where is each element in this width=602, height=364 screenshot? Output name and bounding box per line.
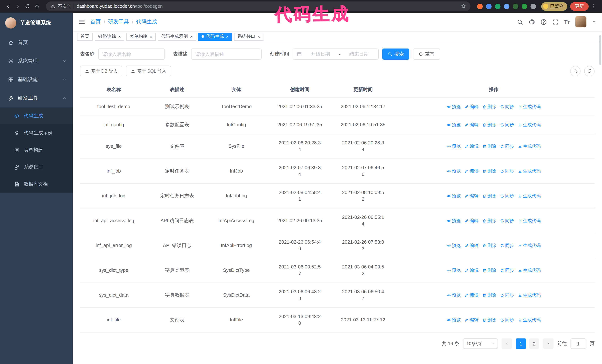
scrollbar-thumb[interactable] xyxy=(599,35,601,65)
close-icon[interactable]: × xyxy=(257,34,260,39)
action-preview[interactable]: 预览 xyxy=(447,103,461,110)
address-bar[interactable]: 不安全 dashboard.yudao.iocoder.cn/tool/code… xyxy=(46,1,471,11)
extension-drop-icon[interactable] xyxy=(486,3,492,9)
close-icon[interactable]: × xyxy=(149,34,152,39)
breadcrumb-item[interactable]: 首页 xyxy=(90,19,101,25)
action-edit[interactable]: 编辑 xyxy=(464,193,478,199)
toggle-search-button[interactable] xyxy=(570,66,580,76)
sidebar-item-home[interactable]: 首页 xyxy=(0,33,73,52)
action-delete[interactable]: 删除 xyxy=(482,292,496,299)
sidebar-item-codegen[interactable]: 代码生成 xyxy=(0,107,73,125)
action-preview[interactable]: 预览 xyxy=(447,217,461,224)
search-icon[interactable] xyxy=(516,19,523,25)
action-preview[interactable]: 预览 xyxy=(447,122,461,128)
action-sync[interactable]: 同步 xyxy=(500,103,514,110)
date-range-picker[interactable]: 开始日期 - 结束日期 xyxy=(293,49,379,60)
extension-v-green-icon[interactable] xyxy=(495,3,501,9)
extension-leaf-icon[interactable] xyxy=(522,3,527,9)
action-edit[interactable]: 编辑 xyxy=(464,143,478,150)
action-preview[interactable]: 预览 xyxy=(447,267,461,274)
sidebar-item-infrastructure[interactable]: 基础设施 xyxy=(0,70,73,89)
action-edit[interactable]: 编辑 xyxy=(464,168,478,174)
browser-forward-icon[interactable] xyxy=(13,2,22,11)
action-preview[interactable]: 预览 xyxy=(447,168,461,174)
extension-fox-icon[interactable] xyxy=(477,3,483,9)
sidebar-item-codegen-example[interactable]: 代码生成示例 xyxy=(0,125,73,141)
font-size-icon[interactable]: TT xyxy=(564,19,570,25)
sidebar-item-db-doc[interactable]: 数据库文档 xyxy=(0,176,73,193)
sidebar-item-system-api[interactable]: 系统接口 xyxy=(0,158,73,176)
action-sync[interactable]: 同步 xyxy=(500,143,514,150)
sidebar-item-system-manage[interactable]: 系统管理 xyxy=(0,52,73,70)
extension-puzzle-icon[interactable] xyxy=(530,3,536,9)
action-sync[interactable]: 同步 xyxy=(500,292,514,299)
action-generate[interactable]: 生成代码 xyxy=(518,267,541,274)
action-generate[interactable]: 生成代码 xyxy=(518,242,541,249)
action-delete[interactable]: 删除 xyxy=(482,317,496,323)
browser-reload-icon[interactable] xyxy=(23,2,32,11)
tab-home[interactable]: 首页 xyxy=(77,32,93,41)
action-preview[interactable]: 预览 xyxy=(447,292,461,299)
action-sync[interactable]: 同步 xyxy=(500,317,514,323)
goto-page-input[interactable] xyxy=(570,338,586,349)
tab-codegen-example[interactable]: 代码生成示例× xyxy=(158,32,196,41)
action-delete[interactable]: 删除 xyxy=(482,143,496,150)
import-db-button[interactable]: 基于 DB 导入 xyxy=(80,66,122,76)
action-edit[interactable]: 编辑 xyxy=(464,242,478,249)
prev-page-button[interactable] xyxy=(502,338,512,349)
tab-system-api[interactable]: 系统接口× xyxy=(234,32,263,41)
browser-menu-icon[interactable] xyxy=(589,2,598,11)
breadcrumb-item[interactable]: 研发工具 xyxy=(108,19,129,25)
extension-shield-icon[interactable] xyxy=(513,3,518,9)
action-delete[interactable]: 删除 xyxy=(482,103,496,110)
browser-back-icon[interactable] xyxy=(4,2,13,11)
bookmark-star-icon[interactable] xyxy=(461,4,466,9)
action-sync[interactable]: 同步 xyxy=(500,217,514,224)
import-sql-button[interactable]: 基于 SQL 导入 xyxy=(126,66,171,76)
table-desc-input[interactable] xyxy=(191,49,262,60)
sidebar-item-dev-tools[interactable]: 研发工具 xyxy=(0,89,73,107)
close-icon[interactable]: × xyxy=(226,34,229,39)
action-edit[interactable]: 编辑 xyxy=(464,292,478,299)
sidebar-item-form-build[interactable]: 表单构建 xyxy=(0,141,73,158)
close-icon[interactable]: × xyxy=(190,34,193,39)
action-generate[interactable]: 生成代码 xyxy=(518,317,541,323)
page-number-2[interactable]: 2 xyxy=(529,338,539,349)
page-number-1[interactable]: 1 xyxy=(516,338,526,349)
github-icon[interactable] xyxy=(528,19,535,25)
action-edit[interactable]: 编辑 xyxy=(464,103,478,110)
action-sync[interactable]: 同步 xyxy=(500,193,514,199)
action-generate[interactable]: 生成代码 xyxy=(518,217,541,224)
action-delete[interactable]: 删除 xyxy=(482,193,496,199)
action-preview[interactable]: 预览 xyxy=(447,193,461,199)
action-delete[interactable]: 删除 xyxy=(482,217,496,224)
tab-form-build[interactable]: 表单构建× xyxy=(126,32,156,41)
action-generate[interactable]: 生成代码 xyxy=(518,122,541,128)
action-delete[interactable]: 删除 xyxy=(482,122,496,128)
help-icon[interactable] xyxy=(540,19,547,25)
action-sync[interactable]: 同步 xyxy=(500,242,514,249)
table-name-input[interactable] xyxy=(98,49,165,60)
refresh-table-button[interactable] xyxy=(584,66,595,76)
action-generate[interactable]: 生成代码 xyxy=(518,103,541,110)
action-generate[interactable]: 生成代码 xyxy=(518,193,541,199)
action-delete[interactable]: 删除 xyxy=(482,242,496,249)
action-edit[interactable]: 编辑 xyxy=(464,217,478,224)
sidebar-toggle-icon[interactable] xyxy=(78,19,85,25)
app-logo-row[interactable]: 芋道管理系统 xyxy=(0,13,73,33)
sync-paused-badge[interactable]: 已暂停 xyxy=(541,2,567,10)
tab-codegen[interactable]: 代码生成× xyxy=(198,32,232,41)
action-preview[interactable]: 预览 xyxy=(447,317,461,323)
action-delete[interactable]: 删除 xyxy=(482,267,496,274)
action-generate[interactable]: 生成代码 xyxy=(518,292,541,299)
reset-button[interactable]: 重置 xyxy=(413,49,440,60)
browser-update-button[interactable]: 更新 xyxy=(570,2,589,10)
search-button[interactable]: 搜索 xyxy=(382,49,409,60)
user-avatar[interactable] xyxy=(575,16,586,27)
action-generate[interactable]: 生成代码 xyxy=(518,168,541,174)
action-generate[interactable]: 生成代码 xyxy=(518,143,541,150)
action-preview[interactable]: 预览 xyxy=(447,143,461,150)
action-sync[interactable]: 同步 xyxy=(500,267,514,274)
action-edit[interactable]: 编辑 xyxy=(464,267,478,274)
breadcrumb-item[interactable]: 代码生成 xyxy=(136,19,157,25)
